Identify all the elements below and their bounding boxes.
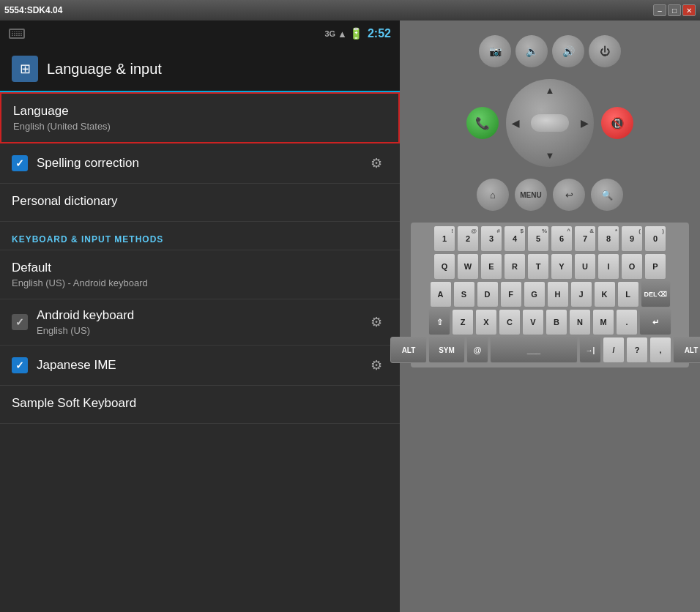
key-o[interactable]: O [621,253,643,280]
key-u[interactable]: U [574,253,596,280]
call-answer-button[interactable]: 📞 [466,107,499,139]
default-keyboard-item[interactable]: Default English (US) - Android keyboard [0,250,400,299]
key-del[interactable]: DEL⌫ [641,281,671,307]
key-arrow-right[interactable]: →| [579,337,601,363]
key-2[interactable]: @2 [457,225,479,252]
keyboard-row-5: ALT SYM @ ___ →| / ? , ALT [414,337,686,363]
key-e[interactable]: E [480,253,502,280]
dpad-down-arrow: ▼ [546,150,555,161]
key-g[interactable]: G [524,281,546,307]
android-kb-checkbox[interactable]: ✓ [12,314,28,330]
android-kb-subtitle: English (US) [37,325,365,336]
key-8[interactable]: *8 [597,225,619,252]
maximize-button[interactable]: □ [668,4,681,16]
header-icon: ⊞ [12,56,38,82]
key-q[interactable]: Q [433,253,455,280]
key-y[interactable]: Y [551,253,573,280]
key-enter[interactable]: ↵ [639,309,671,335]
key-comma[interactable]: , [649,337,671,363]
key-b[interactable]: B [546,309,567,335]
language-item-title: Language [13,104,387,119]
personal-dict-title: Personal dictionary [12,194,388,209]
key-f[interactable]: F [500,281,522,307]
key-m[interactable]: M [592,309,614,335]
key-space[interactable]: ___ [490,337,578,363]
keyboard-row-2: Q W E R T Y U I O P [414,253,686,280]
language-menu-item[interactable]: Language English (United States) [0,92,400,143]
spelling-correction-row[interactable]: ✓ Spelling correction ⚙ [0,143,400,184]
key-sym[interactable]: SYM [428,337,465,363]
key-7[interactable]: &7 [574,225,596,252]
dpad-center-button[interactable] [531,114,569,132]
search-button[interactable]: 🔍 [591,179,623,211]
key-k[interactable]: K [594,281,616,307]
key-w[interactable]: W [457,253,479,280]
status-bar: 3G ▲ 🔋 2:52 [0,20,400,47]
sample-soft-item[interactable]: Sample Soft Keyboard [0,386,400,424]
title-bar-buttons: – □ ✕ [653,4,696,16]
android-keyboard-row[interactable]: ✓ Android keyboard English (US) ⚙ [0,299,400,346]
key-period[interactable]: . [616,309,638,335]
key-r[interactable]: R [504,253,526,280]
spelling-checkbox[interactable]: ✓ [12,155,28,171]
key-alt-right[interactable]: ALT [673,337,700,363]
key-shift[interactable]: ⇧ [428,309,450,335]
phone-screen: 3G ▲ 🔋 2:52 ⊞ Language & input Language … [0,20,400,612]
key-0[interactable]: )0 [644,225,666,252]
key-z[interactable]: Z [452,309,474,335]
japanese-ime-row[interactable]: ✓ Japanese IME ⚙ [0,346,400,386]
keyboard-row-3: A S D F G H J K L DEL⌫ [414,281,686,307]
key-h[interactable]: H [547,281,569,307]
keyboard-status-icon [9,29,25,39]
key-n[interactable]: N [569,309,591,335]
signal-bars-icon: ▲ [338,29,347,40]
back-button[interactable]: ↩ [553,179,585,211]
dpad[interactable]: ▲ ▼ ◀ ▶ [506,79,594,167]
android-kb-settings-icon[interactable]: ⚙ [365,311,388,333]
key-at[interactable]: @ [466,337,488,363]
default-subtitle: English (US) - Android keyboard [12,277,388,288]
japanese-ime-settings-icon[interactable]: ⚙ [365,354,388,376]
key-4[interactable]: $4 [504,225,526,252]
minimize-button[interactable]: – [653,4,666,16]
call-end-button[interactable]: 📵 [601,107,633,139]
key-i[interactable]: I [597,253,619,280]
key-p[interactable]: P [644,253,666,280]
android-kb-labels: Android keyboard English (US) [37,308,365,336]
close-button[interactable]: ✕ [682,4,696,16]
camera-button[interactable]: 📷 [479,35,511,67]
dpad-up-arrow: ▲ [546,85,555,96]
key-x[interactable]: X [475,309,497,335]
key-a[interactable]: A [430,281,452,307]
settings-content: ⊞ Language & input Language English (Uni… [0,47,400,612]
personal-dictionary-item[interactable]: Personal dictionary [0,184,400,222]
japanese-ime-checkbox[interactable]: ✓ [12,357,28,373]
home-button[interactable]: ⌂ [477,179,509,211]
status-right: 3G ▲ 🔋 2:52 [324,27,391,40]
keyboard-section-header: KEYBOARD & INPUT METHODS [0,222,400,250]
key-5[interactable]: %5 [527,225,549,252]
key-l[interactable]: L [617,281,639,307]
key-9[interactable]: (9 [621,225,643,252]
keyboard-section-title: KEYBOARD & INPUT METHODS [12,234,163,245]
key-1[interactable]: !1 [433,225,455,252]
volume-up-button[interactable]: 🔊 [552,35,584,67]
key-slash[interactable]: / [603,337,625,363]
check-icon: ✓ [15,157,24,169]
network-label: 3G [324,29,335,38]
key-v[interactable]: V [522,309,544,335]
key-3[interactable]: #3 [480,225,502,252]
key-6[interactable]: ^6 [551,225,573,252]
key-question[interactable]: ? [626,337,648,363]
key-j[interactable]: J [570,281,592,307]
menu-button[interactable]: MENU [515,179,547,211]
key-t[interactable]: T [527,253,549,280]
spelling-settings-icon[interactable]: ⚙ [365,152,388,174]
spelling-label: Spelling correction [37,156,365,171]
key-d[interactable]: D [477,281,499,307]
key-alt-left[interactable]: ALT [390,337,427,363]
key-s[interactable]: S [453,281,475,307]
power-button[interactable]: ⏻ [589,35,621,67]
key-c[interactable]: C [499,309,521,335]
volume-down-button[interactable]: 🔈 [515,35,548,67]
